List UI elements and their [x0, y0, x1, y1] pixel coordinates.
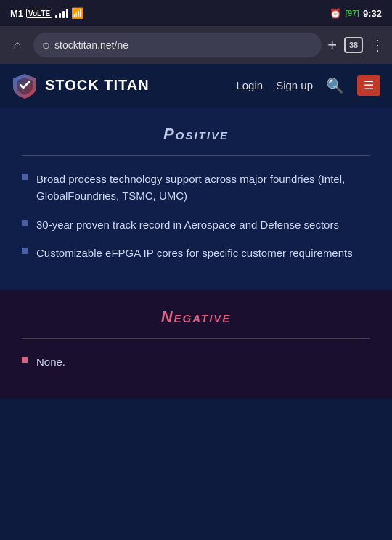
home-icon: ⌂: [14, 38, 22, 53]
negative-section: Negative None.: [0, 290, 392, 399]
logo-area: STOCK TITAN: [12, 73, 236, 99]
positive-section: Positive Broad process technology suppor…: [0, 107, 392, 290]
bullet-icon: [22, 248, 28, 254]
list-item: 30-year proven track record in Aerospace…: [22, 216, 370, 233]
new-tab-button[interactable]: +: [327, 37, 337, 53]
positive-divider: [22, 155, 370, 156]
list-item: Customizable eFPGA IP cores for specific…: [22, 245, 370, 261]
search-icon[interactable]: 🔍: [326, 77, 344, 94]
url-text: stocktitan.net/ne: [54, 39, 128, 51]
content-area: Positive Broad process technology suppor…: [0, 107, 392, 540]
list-item: Broad process technology support across …: [22, 171, 370, 205]
positive-title: Positive: [22, 125, 370, 144]
negative-bullet-list: None.: [22, 353, 370, 370]
login-link[interactable]: Login: [236, 79, 263, 91]
hamburger-icon: ☰: [364, 78, 374, 92]
more-options-button[interactable]: ⋮: [370, 36, 385, 54]
browser-actions: + 38 ⋮: [327, 36, 385, 54]
tab-count-button[interactable]: 38: [344, 37, 363, 53]
status-bar: M1 VoLTE 📶 ⏰ [97] 9:32: [0, 0, 392, 26]
home-button[interactable]: ⌂: [7, 35, 28, 55]
bullet-icon: [22, 357, 28, 363]
status-right: ⏰ [97] 9:32: [330, 8, 382, 19]
bullet-icon: [22, 220, 28, 226]
alarm-icon: ⏰: [330, 8, 341, 19]
carrier-label: M1: [10, 8, 23, 19]
security-icon: ⊙: [42, 40, 50, 51]
logo-text: STOCK TITAN: [45, 77, 150, 94]
status-left: M1 VoLTE 📶: [10, 7, 83, 19]
logo-shield-icon: [12, 73, 38, 99]
negative-title: Negative: [22, 308, 370, 327]
address-bar[interactable]: ⊙ stocktitan.net/ne: [33, 33, 322, 57]
signal-icon: [55, 9, 68, 18]
positive-bullet-list: Broad process technology support across …: [22, 171, 370, 261]
negative-divider: [22, 338, 370, 339]
battery-icon: [97]: [345, 9, 359, 17]
hamburger-button[interactable]: ☰: [357, 75, 380, 96]
list-item: None.: [22, 353, 370, 370]
signup-link[interactable]: Sign up: [276, 79, 313, 91]
volte-badge: VoLTE: [26, 9, 52, 18]
time-label: 9:32: [363, 8, 382, 19]
bullet-icon: [22, 174, 28, 180]
browser-bar: ⌂ ⊙ stocktitan.net/ne + 38 ⋮: [0, 26, 392, 64]
nav-bar: STOCK TITAN Login Sign up 🔍 ☰: [0, 64, 392, 107]
wifi-icon: 📶: [71, 7, 83, 19]
nav-links: Login Sign up 🔍 ☰: [236, 75, 380, 96]
